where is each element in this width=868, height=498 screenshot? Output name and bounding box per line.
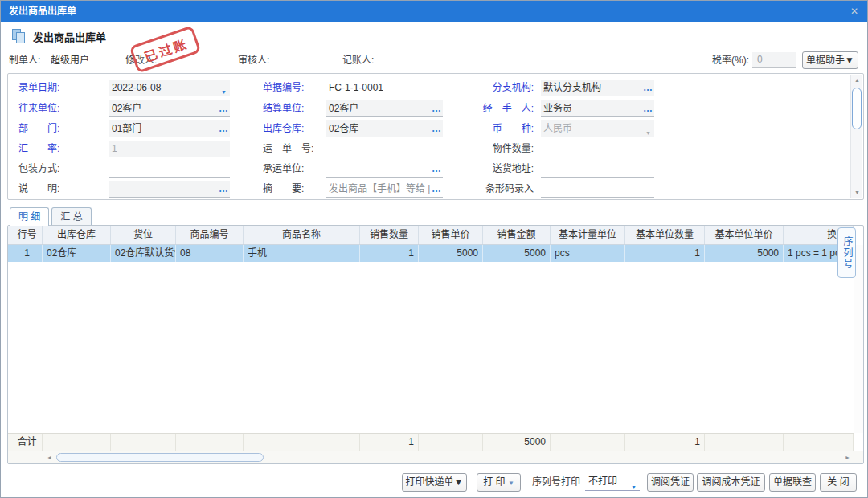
record-date-label: 录单日期: bbox=[18, 80, 59, 96]
ellipsis-icon[interactable]: … bbox=[219, 181, 228, 197]
cell-warehouse[interactable]: 02仓库 bbox=[43, 245, 111, 262]
auditor-label: 审核人: bbox=[238, 51, 269, 69]
hscrollbar-thumb[interactable] bbox=[56, 453, 264, 462]
column-header-base-qty[interactable]: 基本单位数量 bbox=[625, 226, 705, 244]
cell-sales-amount[interactable]: 5000 bbox=[483, 245, 551, 262]
ellipsis-icon[interactable]: … bbox=[643, 100, 653, 116]
table-row[interactable]: 1 02仓库 02仓库默认货位 08 手机 1 5000 5000 pcs 1 … bbox=[8, 245, 854, 262]
close-icon[interactable]: ✕ bbox=[850, 1, 858, 22]
delivery-address-label: 送货地址: bbox=[469, 161, 534, 178]
doc-number-field[interactable]: FC-1-1-0001 bbox=[326, 80, 443, 96]
window-titlebar: 发出商品出库单 ✕ bbox=[1, 1, 867, 22]
column-header-location[interactable]: 货位 bbox=[111, 226, 176, 244]
record-date-field[interactable]: 2022-06-08 ▼ bbox=[109, 80, 230, 96]
page-title: 发出商品出库单 bbox=[33, 29, 106, 44]
column-header-base-unit[interactable]: 基本计量单位 bbox=[551, 226, 625, 244]
ellipsis-icon[interactable]: … bbox=[219, 100, 228, 116]
carrier-field[interactable]: … bbox=[326, 161, 443, 178]
barcode-entry-field[interactable] bbox=[541, 181, 654, 198]
waybill-number-field[interactable] bbox=[326, 141, 443, 157]
outbound-warehouse-label: 出库仓库: bbox=[263, 120, 304, 137]
barcode-entry-label: 条形码录入 bbox=[469, 181, 534, 198]
ellipsis-icon[interactable]: … bbox=[432, 120, 441, 137]
cell-base-unit[interactable]: pcs bbox=[551, 245, 625, 262]
serial-print-select[interactable]: 不打印 ▼ bbox=[585, 473, 640, 491]
cell-line-no[interactable]: 1 bbox=[12, 245, 43, 262]
window-title: 发出商品出库单 bbox=[9, 6, 76, 17]
cell-base-price[interactable]: 5000 bbox=[705, 245, 784, 262]
note-field[interactable]: … bbox=[109, 181, 230, 198]
department-field[interactable]: 01部门 … bbox=[109, 120, 230, 137]
ellipsis-icon[interactable]: … bbox=[432, 100, 441, 116]
detail-grid: 行号 出库仓库 货位 商品编号 商品名称 销售数量 销售单价 销售金额 基本计量… bbox=[8, 226, 854, 262]
carrier-label: 承运单位: bbox=[263, 161, 304, 178]
summary-field[interactable]: 发出商品【手机】等给 | … bbox=[326, 181, 443, 198]
scroll-up-icon[interactable]: ▲ bbox=[851, 75, 863, 86]
summary-label: 摘 要: bbox=[263, 181, 304, 198]
document-header: 发出商品出库单 bbox=[12, 27, 106, 45]
maker-value: 超级用户 bbox=[51, 51, 89, 69]
scroll-left-icon[interactable]: ◄ bbox=[47, 452, 52, 463]
column-header-line-no[interactable]: 行号 bbox=[12, 226, 43, 244]
outbound-warehouse-field[interactable]: 02仓库 … bbox=[326, 120, 443, 137]
tab-detail[interactable]: 明 细 bbox=[10, 207, 49, 226]
scroll-down-icon[interactable]: ▼ bbox=[851, 187, 863, 198]
total-sales-qty: 1 bbox=[360, 434, 419, 451]
serial-number-side-tab[interactable]: 序列号 bbox=[837, 227, 856, 278]
cell-product-name[interactable]: 手机 bbox=[244, 245, 360, 262]
view-cost-voucher-button[interactable]: 调阅成本凭证 bbox=[697, 473, 765, 492]
total-sales-amount: 5000 bbox=[483, 434, 551, 451]
packing-method-field[interactable] bbox=[109, 161, 230, 178]
doc-assistant-button[interactable]: 单据助手▼ bbox=[802, 51, 858, 69]
ellipsis-icon[interactable]: … bbox=[432, 181, 441, 197]
serial-print-label: 序列号打印 bbox=[532, 473, 580, 492]
branch-field[interactable]: 默认分支机构 … bbox=[541, 80, 654, 96]
grid-horizontal-scrollbar[interactable]: ◄ ► bbox=[8, 451, 863, 463]
cell-base-qty[interactable]: 1 bbox=[625, 245, 705, 262]
column-header-product-name[interactable]: 商品名称 bbox=[244, 226, 360, 244]
column-header-sales-qty[interactable]: 销售数量 bbox=[360, 226, 419, 244]
ellipsis-icon[interactable]: … bbox=[432, 161, 441, 177]
close-button[interactable]: 关 闭 bbox=[820, 473, 857, 492]
cell-sales-qty[interactable]: 1 bbox=[360, 245, 419, 262]
doc-link-check-button[interactable]: 单据联查 bbox=[769, 473, 816, 492]
total-base-qty: 1 bbox=[625, 434, 705, 451]
settlement-unit-field[interactable]: 02客户 … bbox=[326, 100, 443, 117]
partner-field[interactable]: 02客户 … bbox=[109, 100, 230, 117]
tax-rate-field[interactable]: 0 bbox=[752, 52, 796, 68]
tax-rate-label: 税率(%): bbox=[712, 51, 749, 69]
currency-label: 币 种: bbox=[469, 120, 534, 137]
print-express-button[interactable]: 打印快递单▼ bbox=[402, 473, 467, 492]
dropdown-icon: ▼ bbox=[631, 479, 637, 496]
form-scrollbar[interactable]: ▲ ▼ bbox=[850, 75, 862, 198]
settlement-unit-label: 结算单位: bbox=[263, 100, 304, 117]
grid-tabs: 明 细 汇 总 bbox=[10, 207, 92, 226]
column-header-base-price[interactable]: 基本单位单价 bbox=[705, 226, 784, 244]
column-header-sales-amount[interactable]: 销售金额 bbox=[483, 226, 551, 244]
dropdown-icon: ▼ bbox=[508, 480, 514, 487]
totals-row: 合计 1 5000 1 bbox=[8, 433, 854, 451]
dropdown-icon[interactable]: ▼ bbox=[221, 84, 227, 96]
partner-label: 往来单位: bbox=[18, 100, 59, 117]
ellipsis-icon[interactable]: … bbox=[643, 80, 653, 96]
item-count-label: 物件数量: bbox=[469, 141, 534, 157]
column-header-sales-price[interactable]: 销售单价 bbox=[419, 226, 483, 244]
cell-sales-price[interactable]: 5000 bbox=[419, 245, 483, 262]
print-button[interactable]: 打 印 ▼ bbox=[477, 473, 521, 492]
grid-header-row: 行号 出库仓库 货位 商品编号 商品名称 销售数量 销售单价 销售金额 基本计量… bbox=[8, 226, 854, 245]
currency-field: 人民币 ▼ bbox=[541, 120, 654, 137]
cell-location[interactable]: 02仓库默认货位 bbox=[111, 245, 176, 262]
column-header-product-code[interactable]: 商品编号 bbox=[176, 226, 244, 244]
column-header-warehouse[interactable]: 出库仓库 bbox=[43, 226, 111, 244]
view-voucher-button[interactable]: 调阅凭证 bbox=[647, 473, 694, 492]
note-label: 说 明: bbox=[18, 181, 59, 198]
tab-summary[interactable]: 汇 总 bbox=[51, 207, 91, 225]
cell-product-code[interactable]: 08 bbox=[176, 245, 244, 262]
handler-field[interactable]: 业务员 … bbox=[541, 100, 654, 117]
scroll-right-icon[interactable]: ► bbox=[845, 452, 850, 463]
packing-method-label: 包装方式: bbox=[18, 161, 59, 178]
scrollbar-thumb[interactable] bbox=[852, 88, 862, 129]
delivery-address-field[interactable] bbox=[541, 161, 654, 178]
ellipsis-icon[interactable]: … bbox=[219, 120, 228, 137]
item-count-field[interactable] bbox=[541, 141, 654, 157]
